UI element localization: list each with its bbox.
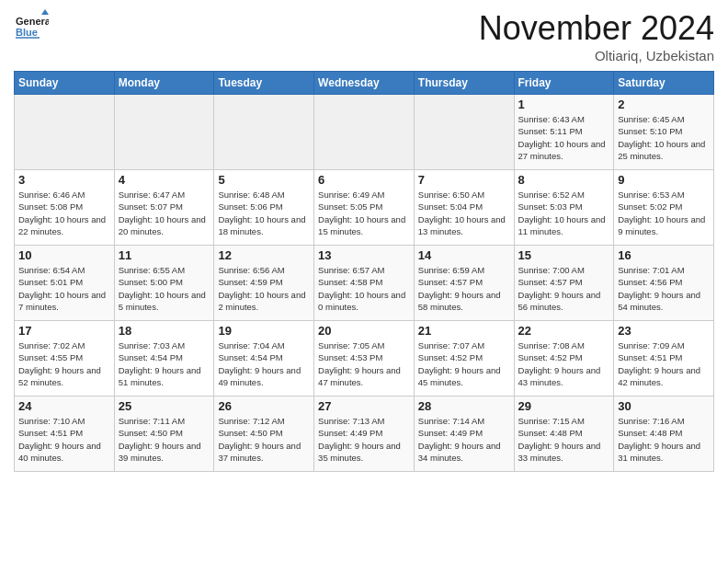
day-cell: 22Sunrise: 7:08 AMSunset: 4:52 PMDayligh… <box>514 321 614 396</box>
day-cell: 29Sunrise: 7:15 AMSunset: 4:48 PMDayligh… <box>514 396 614 472</box>
day-number: 1 <box>518 98 610 111</box>
day-cell: 21Sunrise: 7:07 AMSunset: 4:52 PMDayligh… <box>414 321 514 396</box>
day-cell: 7Sunrise: 6:50 AMSunset: 5:04 PMDaylight… <box>414 170 514 246</box>
day-detail: Sunrise: 6:56 AMSunset: 4:59 PMDaylight:… <box>218 264 310 313</box>
day-number: 9 <box>618 173 710 187</box>
day-number: 20 <box>318 324 410 338</box>
week-row-3: 10Sunrise: 6:54 AMSunset: 5:01 PMDayligh… <box>15 246 714 321</box>
day-detail: Sunrise: 7:11 AMSunset: 4:50 PMDaylight:… <box>119 415 210 464</box>
day-number: 30 <box>618 399 710 413</box>
day-detail: Sunrise: 6:59 AMSunset: 4:57 PMDaylight:… <box>418 264 510 313</box>
day-cell: 16Sunrise: 7:01 AMSunset: 4:56 PMDayligh… <box>614 246 714 321</box>
day-cell: 26Sunrise: 7:12 AMSunset: 4:50 PMDayligh… <box>214 396 314 472</box>
day-detail: Sunrise: 6:45 AMSunset: 5:10 PMDaylight:… <box>618 113 710 162</box>
day-number: 24 <box>18 399 110 413</box>
location: Oltiariq, Uzbekistan <box>479 48 714 63</box>
day-number: 17 <box>18 324 110 338</box>
day-detail: Sunrise: 7:03 AMSunset: 4:54 PMDaylight:… <box>119 339 210 388</box>
day-number: 4 <box>119 173 210 187</box>
day-cell: 6Sunrise: 6:49 AMSunset: 5:05 PMDaylight… <box>314 170 415 246</box>
week-row-4: 17Sunrise: 7:02 AMSunset: 4:55 PMDayligh… <box>15 321 714 396</box>
day-detail: Sunrise: 6:55 AMSunset: 5:00 PMDaylight:… <box>119 264 210 313</box>
logo-icon: General Blue <box>14 9 49 44</box>
weekday-header-wednesday: Wednesday <box>314 72 415 95</box>
day-cell: 20Sunrise: 7:05 AMSunset: 4:53 PMDayligh… <box>314 321 415 396</box>
day-cell <box>314 95 415 170</box>
day-detail: Sunrise: 6:52 AMSunset: 5:03 PMDaylight:… <box>518 189 610 237</box>
day-detail: Sunrise: 6:50 AMSunset: 5:04 PMDaylight:… <box>418 189 510 237</box>
day-cell: 28Sunrise: 7:14 AMSunset: 4:49 PMDayligh… <box>414 396 514 472</box>
day-cell: 8Sunrise: 6:52 AMSunset: 5:03 PMDaylight… <box>514 170 614 246</box>
day-number: 12 <box>218 248 310 262</box>
day-number: 28 <box>418 399 510 413</box>
day-number: 13 <box>318 248 410 262</box>
title-block: November 2024 Oltiariq, Uzbekistan <box>479 9 714 63</box>
day-cell: 19Sunrise: 7:04 AMSunset: 4:54 PMDayligh… <box>214 321 314 396</box>
day-number: 25 <box>119 399 210 413</box>
day-detail: Sunrise: 7:09 AMSunset: 4:51 PMDaylight:… <box>618 339 710 388</box>
day-detail: Sunrise: 6:57 AMSunset: 4:58 PMDaylight:… <box>318 264 410 313</box>
day-cell: 25Sunrise: 7:11 AMSunset: 4:50 PMDayligh… <box>114 396 214 472</box>
weekday-header-row: SundayMondayTuesdayWednesdayThursdayFrid… <box>15 72 714 95</box>
day-cell: 5Sunrise: 6:48 AMSunset: 5:06 PMDaylight… <box>214 170 314 246</box>
week-row-1: 1Sunrise: 6:43 AMSunset: 5:11 PMDaylight… <box>15 95 714 170</box>
calendar-table: SundayMondayTuesdayWednesdayThursdayFrid… <box>14 71 714 472</box>
day-cell: 9Sunrise: 6:53 AMSunset: 5:02 PMDaylight… <box>614 170 714 246</box>
day-cell: 3Sunrise: 6:46 AMSunset: 5:08 PMDaylight… <box>15 170 115 246</box>
day-number: 22 <box>518 324 610 338</box>
day-cell: 1Sunrise: 6:43 AMSunset: 5:11 PMDaylight… <box>514 95 614 170</box>
day-number: 18 <box>119 324 210 338</box>
week-row-5: 24Sunrise: 7:10 AMSunset: 4:51 PMDayligh… <box>15 396 714 472</box>
day-number: 6 <box>318 173 410 187</box>
day-detail: Sunrise: 6:54 AMSunset: 5:01 PMDaylight:… <box>18 264 110 313</box>
day-detail: Sunrise: 7:16 AMSunset: 4:48 PMDaylight:… <box>618 415 710 464</box>
day-cell: 15Sunrise: 7:00 AMSunset: 4:57 PMDayligh… <box>514 246 614 321</box>
logo: General Blue <box>14 9 49 44</box>
day-cell <box>214 95 314 170</box>
day-detail: Sunrise: 6:46 AMSunset: 5:08 PMDaylight:… <box>18 189 110 237</box>
day-number: 2 <box>618 98 710 111</box>
day-detail: Sunrise: 7:12 AMSunset: 4:50 PMDaylight:… <box>218 415 310 464</box>
day-cell: 14Sunrise: 6:59 AMSunset: 4:57 PMDayligh… <box>414 246 514 321</box>
day-number: 16 <box>618 248 710 262</box>
weekday-header-friday: Friday <box>514 72 614 95</box>
day-number: 11 <box>119 248 210 262</box>
day-number: 19 <box>218 324 310 338</box>
day-cell: 12Sunrise: 6:56 AMSunset: 4:59 PMDayligh… <box>214 246 314 321</box>
day-cell <box>114 95 214 170</box>
svg-text:Blue: Blue <box>16 27 38 38</box>
day-cell: 23Sunrise: 7:09 AMSunset: 4:51 PMDayligh… <box>614 321 714 396</box>
day-number: 14 <box>418 248 510 262</box>
weekday-header-thursday: Thursday <box>414 72 514 95</box>
day-number: 29 <box>518 399 610 413</box>
day-detail: Sunrise: 7:14 AMSunset: 4:49 PMDaylight:… <box>418 415 510 464</box>
day-detail: Sunrise: 6:53 AMSunset: 5:02 PMDaylight:… <box>618 189 710 237</box>
day-detail: Sunrise: 6:49 AMSunset: 5:05 PMDaylight:… <box>318 189 410 237</box>
week-row-2: 3Sunrise: 6:46 AMSunset: 5:08 PMDaylight… <box>15 170 714 246</box>
day-cell: 10Sunrise: 6:54 AMSunset: 5:01 PMDayligh… <box>15 246 115 321</box>
day-detail: Sunrise: 7:00 AMSunset: 4:57 PMDaylight:… <box>518 264 610 313</box>
day-detail: Sunrise: 7:02 AMSunset: 4:55 PMDaylight:… <box>18 339 110 388</box>
day-detail: Sunrise: 7:07 AMSunset: 4:52 PMDaylight:… <box>418 339 510 388</box>
day-cell <box>414 95 514 170</box>
day-detail: Sunrise: 7:10 AMSunset: 4:51 PMDaylight:… <box>18 415 110 464</box>
month-title: November 2024 <box>479 9 714 48</box>
day-number: 10 <box>18 248 110 262</box>
page-header: General Blue November 2024 Oltiariq, Uzb… <box>14 9 714 63</box>
day-number: 15 <box>518 248 610 262</box>
day-detail: Sunrise: 6:47 AMSunset: 5:07 PMDaylight:… <box>119 189 210 237</box>
day-number: 27 <box>318 399 410 413</box>
day-cell: 30Sunrise: 7:16 AMSunset: 4:48 PMDayligh… <box>614 396 714 472</box>
day-cell: 11Sunrise: 6:55 AMSunset: 5:00 PMDayligh… <box>114 246 214 321</box>
day-cell <box>15 95 115 170</box>
day-number: 21 <box>418 324 510 338</box>
day-cell: 17Sunrise: 7:02 AMSunset: 4:55 PMDayligh… <box>15 321 115 396</box>
day-detail: Sunrise: 7:08 AMSunset: 4:52 PMDaylight:… <box>518 339 610 388</box>
weekday-header-tuesday: Tuesday <box>214 72 314 95</box>
day-number: 5 <box>218 173 310 187</box>
weekday-header-saturday: Saturday <box>614 72 714 95</box>
day-detail: Sunrise: 7:01 AMSunset: 4:56 PMDaylight:… <box>618 264 710 313</box>
svg-text:General: General <box>16 16 49 27</box>
day-detail: Sunrise: 7:05 AMSunset: 4:53 PMDaylight:… <box>318 339 410 388</box>
day-number: 26 <box>218 399 310 413</box>
